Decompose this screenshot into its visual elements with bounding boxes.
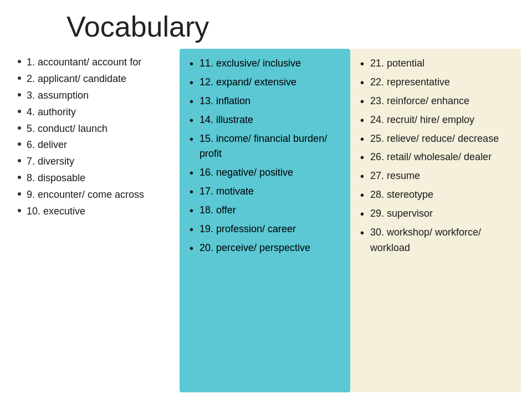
left-list: 1. accountant/ account for2. applicant/ … xyxy=(17,54,172,220)
list-item: 26. retail/ wholesale/ dealer xyxy=(358,148,513,167)
middle-list: 11. exclusive/ inclusive12. expand/ exte… xyxy=(187,54,342,258)
right-list: 21. potential22. representative23. reinf… xyxy=(358,54,513,258)
list-item: 8. disposable xyxy=(17,170,172,187)
list-item: 25. relieve/ reduce/ decrease xyxy=(358,130,513,149)
list-item: 27. resume xyxy=(358,167,513,186)
page-title: Vocabulary xyxy=(0,0,532,49)
list-item: 29. supervisor xyxy=(358,204,513,223)
list-item: 13. inflation xyxy=(187,92,342,111)
list-item: 5. conduct/ launch xyxy=(17,121,172,137)
list-item: 4. authority xyxy=(17,104,172,121)
list-item: 20. perceive/ perspective xyxy=(187,239,342,258)
list-item: 28. stereotype xyxy=(358,186,513,204)
list-item: 24. recruit/ hire/ employ xyxy=(358,111,513,130)
list-item: 18. offer xyxy=(187,201,342,220)
list-item: 15. income/ financial burden/ profit xyxy=(187,130,342,164)
list-item: 6. deliver xyxy=(17,137,172,154)
columns-wrapper: 1. accountant/ account for2. applicant/ … xyxy=(0,49,532,392)
list-item: 12. expand/ extensive xyxy=(187,73,342,92)
list-item: 1. accountant/ account for xyxy=(17,54,172,71)
column-right: 21. potential22. representative23. reinf… xyxy=(350,49,521,392)
list-item: 9. encounter/ come across xyxy=(17,187,172,203)
list-item: 2. applicant/ candidate xyxy=(17,71,172,88)
list-item: 16. negative/ positive xyxy=(187,163,342,182)
list-item: 10. executive xyxy=(17,203,172,220)
list-item: 21. potential xyxy=(358,54,513,73)
list-item: 19. profession/ career xyxy=(187,220,342,239)
list-item: 7. diversity xyxy=(17,154,172,170)
list-item: 17. motivate xyxy=(187,182,342,201)
list-item: 3. assumption xyxy=(17,88,172,104)
column-left: 1. accountant/ account for2. applicant/ … xyxy=(11,49,180,392)
page: Vocabulary 1. accountant/ account for2. … xyxy=(0,0,532,399)
list-item: 14. illustrate xyxy=(187,111,342,130)
list-item: 23. reinforce/ enhance xyxy=(358,92,513,111)
list-item: 22. representative xyxy=(358,73,513,92)
column-middle: 11. exclusive/ inclusive12. expand/ exte… xyxy=(180,49,350,392)
list-item: 11. exclusive/ inclusive xyxy=(187,54,342,73)
list-item: 30. workshop/ workforce/ workload xyxy=(358,223,513,258)
